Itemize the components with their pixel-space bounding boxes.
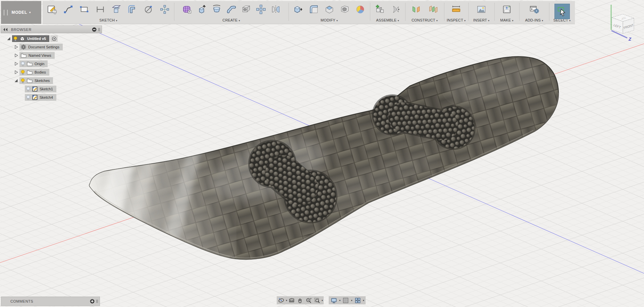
addins-button[interactable] bbox=[529, 4, 540, 15]
make-button[interactable] bbox=[501, 4, 513, 15]
revolve-button[interactable] bbox=[211, 4, 222, 15]
construct-menu[interactable]: CONSTRUCT ▾ bbox=[405, 18, 444, 22]
3d-print-icon bbox=[501, 4, 512, 15]
pan-button[interactable] bbox=[296, 297, 304, 304]
inspect-menu[interactable]: INSPECT ▾ bbox=[444, 18, 468, 22]
browser-panel-header[interactable]: BROWSER bbox=[1, 26, 102, 33]
hole-button[interactable] bbox=[240, 4, 252, 15]
project-button[interactable] bbox=[111, 4, 122, 15]
chamfer-icon bbox=[324, 4, 335, 15]
select-tool-button[interactable] bbox=[554, 4, 570, 19]
zoom-dropdown-caret[interactable]: ▾ bbox=[322, 299, 323, 302]
rectangle-button[interactable] bbox=[78, 4, 90, 15]
circle-diameter-button[interactable] bbox=[143, 4, 154, 15]
browser-item-origin[interactable]: Origin bbox=[1, 60, 63, 67]
spline-button[interactable] bbox=[62, 4, 74, 15]
display-settings-button[interactable] bbox=[330, 297, 338, 304]
toolbar-grip-handle[interactable] bbox=[4, 10, 8, 15]
fillet-button[interactable] bbox=[308, 4, 320, 15]
mirror-button[interactable] bbox=[270, 4, 281, 15]
viewports-icon bbox=[355, 297, 361, 304]
collapsed-arrow-icon[interactable] bbox=[14, 45, 18, 49]
press-pull-button[interactable] bbox=[293, 4, 304, 15]
offset-button[interactable] bbox=[127, 4, 138, 15]
add-comment-icon[interactable] bbox=[90, 299, 95, 304]
remove-panel-icon[interactable] bbox=[92, 27, 97, 32]
new-component-button[interactable] bbox=[374, 4, 385, 15]
zoom-window-button[interactable] bbox=[313, 297, 321, 304]
sketch-menu[interactable]: SKETCH ▾ bbox=[43, 18, 174, 22]
create-form-button[interactable] bbox=[181, 4, 193, 15]
shell-button[interactable] bbox=[339, 4, 351, 15]
view-cube[interactable]: LEFT FRONT TOP Z bbox=[597, 2, 644, 49]
grid-dropdown-caret[interactable]: ▾ bbox=[351, 299, 353, 302]
orbit-dropdown-caret[interactable]: ▾ bbox=[286, 299, 287, 302]
browser-panel-title: BROWSER bbox=[11, 28, 92, 32]
viewports-button[interactable] bbox=[354, 297, 362, 304]
spline-icon bbox=[63, 4, 73, 15]
midplane-button[interactable] bbox=[428, 4, 439, 15]
browser-item-sketches[interactable]: Sketches bbox=[1, 77, 63, 84]
browser-item-bodies[interactable]: Bodies bbox=[1, 69, 63, 76]
extrude-button[interactable] bbox=[196, 4, 208, 15]
browser-item-document-settings[interactable]: Document Settings bbox=[1, 44, 63, 50]
form-icon bbox=[182, 4, 193, 15]
grid-settings-button[interactable] bbox=[342, 297, 350, 304]
toolbar-group-assemble: ASSEMBLE ▾ bbox=[370, 1, 405, 24]
new-component-icon bbox=[374, 4, 385, 15]
zoom-button[interactable] bbox=[305, 297, 313, 304]
addins-menu[interactable]: ADD-INS ▾ bbox=[519, 18, 549, 22]
collapse-panel-icon[interactable] bbox=[3, 28, 8, 31]
insert-menu[interactable]: INSERT ▾ bbox=[468, 18, 494, 22]
expanded-arrow-icon[interactable] bbox=[7, 37, 11, 41]
workspace-selector[interactable]: MODEL ▾ bbox=[1, 1, 41, 24]
pattern-icon bbox=[256, 4, 266, 15]
browser-item-named-views[interactable]: Named Views bbox=[1, 52, 63, 59]
look-at-button[interactable] bbox=[288, 297, 296, 304]
expanded-arrow-icon[interactable] bbox=[14, 79, 18, 83]
offset-plane-button[interactable] bbox=[411, 4, 422, 15]
offset-icon bbox=[127, 4, 138, 15]
pattern-button[interactable] bbox=[255, 4, 267, 15]
panel-drag-handle[interactable] bbox=[98, 28, 100, 32]
visibility-bulb-off-icon[interactable] bbox=[26, 95, 30, 100]
visibility-bulb-on-icon[interactable] bbox=[21, 70, 25, 75]
viewport-canvas[interactable] bbox=[0, 0, 644, 307]
browser-item-sketch4[interactable]: Sketch4 bbox=[1, 94, 63, 101]
browser-item-sketch1[interactable]: Sketch1 bbox=[1, 86, 63, 92]
measure-button[interactable] bbox=[450, 4, 462, 15]
collapsed-arrow-icon[interactable] bbox=[14, 62, 18, 66]
press-pull-icon bbox=[293, 4, 304, 15]
panel-drag-handle[interactable] bbox=[96, 299, 98, 303]
visibility-bulb-on-icon[interactable] bbox=[21, 78, 25, 83]
display-dropdown-caret[interactable]: ▾ bbox=[339, 299, 340, 302]
modify-menu[interactable]: MODIFY ▾ bbox=[288, 18, 370, 22]
sweep-icon bbox=[226, 4, 237, 15]
display-monitor-icon bbox=[331, 297, 337, 304]
chamfer-button[interactable] bbox=[324, 4, 335, 15]
visibility-bulb-off-icon[interactable] bbox=[21, 61, 25, 67]
browser-item-root-document[interactable]: Untitled v5 bbox=[1, 35, 63, 42]
viewports-dropdown-caret[interactable]: ▾ bbox=[363, 299, 364, 302]
collapsed-arrow-icon[interactable] bbox=[14, 53, 18, 57]
assemble-menu[interactable]: ASSEMBLE ▾ bbox=[370, 18, 405, 22]
orbit-button[interactable] bbox=[277, 297, 285, 304]
create-menu[interactable]: CREATE ▾ bbox=[174, 18, 288, 22]
activate-component-radio[interactable] bbox=[50, 35, 58, 42]
joint-button[interactable] bbox=[390, 4, 401, 15]
visibility-bulb-off-icon[interactable] bbox=[26, 87, 30, 92]
sweep-button[interactable] bbox=[226, 4, 237, 15]
collapsed-arrow-icon[interactable] bbox=[14, 70, 18, 74]
sketch-dimension-button[interactable] bbox=[95, 4, 106, 15]
create-sketch-button[interactable] bbox=[46, 4, 58, 15]
create-sketch-icon bbox=[47, 4, 57, 15]
sketch-move-button[interactable] bbox=[159, 4, 170, 15]
select-cursor-icon bbox=[556, 5, 568, 17]
midplane-icon bbox=[428, 4, 439, 15]
insert-button[interactable] bbox=[476, 4, 487, 15]
appearance-button[interactable] bbox=[355, 4, 366, 15]
make-menu[interactable]: MAKE ▾ bbox=[494, 18, 519, 22]
toolbar-group-inspect: INSPECT ▾ bbox=[444, 1, 468, 24]
visibility-bulb-on-icon[interactable] bbox=[13, 36, 17, 41]
comments-panel-header[interactable]: COMMENTS bbox=[1, 297, 100, 306]
